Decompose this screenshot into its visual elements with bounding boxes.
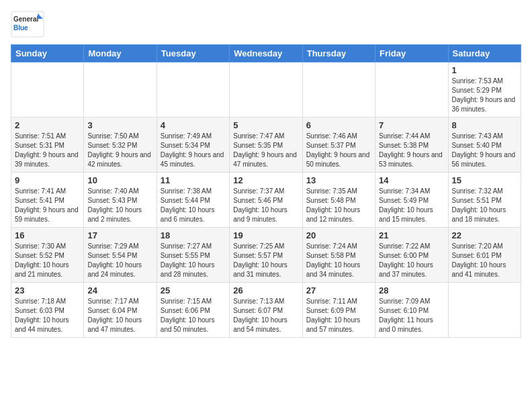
calendar-cell: 4Sunrise: 7:49 AM Sunset: 5:34 PM Daylig… [157,118,229,173]
day-info: Sunrise: 7:15 AM Sunset: 6:06 PM Dayligh… [161,297,226,334]
calendar-cell: 1Sunrise: 7:53 AM Sunset: 5:29 PM Daylig… [448,62,521,118]
day-info: Sunrise: 7:24 AM Sunset: 5:58 PM Dayligh… [306,242,371,279]
weekday-header-row: SundayMondayTuesdayWednesdayThursdayFrid… [11,45,521,62]
day-number: 22 [452,230,517,240]
week-row-4: 16Sunrise: 7:30 AM Sunset: 5:52 PM Dayli… [11,228,521,283]
calendar-cell: 10Sunrise: 7:40 AM Sunset: 5:43 PM Dayli… [84,173,157,228]
day-info: Sunrise: 7:17 AM Sunset: 6:04 PM Dayligh… [87,297,152,334]
day-info: Sunrise: 7:22 AM Sunset: 6:00 PM Dayligh… [379,242,444,279]
day-info: Sunrise: 7:50 AM Sunset: 5:32 PM Dayligh… [87,132,152,169]
logo: General Blue [11,11,44,38]
calendar-cell: 2Sunrise: 7:51 AM Sunset: 5:31 PM Daylig… [11,118,84,173]
calendar-cell: 6Sunrise: 7:46 AM Sunset: 5:37 PM Daylig… [302,118,375,173]
calendar-cell [157,62,229,118]
day-number: 3 [87,120,152,130]
day-info: Sunrise: 7:20 AM Sunset: 6:01 PM Dayligh… [452,242,517,279]
day-number: 1 [452,65,517,75]
day-number: 28 [379,285,444,295]
calendar-cell: 24Sunrise: 7:17 AM Sunset: 6:04 PM Dayli… [84,283,157,338]
day-number: 20 [306,230,371,240]
day-number: 17 [87,230,152,240]
day-info: Sunrise: 7:18 AM Sunset: 6:03 PM Dayligh… [15,297,80,334]
day-info: Sunrise: 7:51 AM Sunset: 5:31 PM Dayligh… [15,132,80,169]
calendar-cell [11,62,84,118]
week-row-2: 2Sunrise: 7:51 AM Sunset: 5:31 PM Daylig… [11,118,521,173]
weekday-header-sunday: Sunday [11,45,84,62]
day-info: Sunrise: 7:32 AM Sunset: 5:51 PM Dayligh… [452,187,517,224]
calendar-cell: 14Sunrise: 7:34 AM Sunset: 5:49 PM Dayli… [375,173,448,228]
calendar-cell [230,62,302,118]
day-info: Sunrise: 7:37 AM Sunset: 5:46 PM Dayligh… [233,187,298,224]
day-info: Sunrise: 7:35 AM Sunset: 5:48 PM Dayligh… [306,187,371,224]
weekday-header-tuesday: Tuesday [157,45,229,62]
logo-icon: General Blue [11,11,44,38]
day-info: Sunrise: 7:44 AM Sunset: 5:38 PM Dayligh… [379,132,444,169]
calendar-cell: 5Sunrise: 7:47 AM Sunset: 5:35 PM Daylig… [230,118,302,173]
day-number: 13 [306,175,371,185]
day-number: 18 [161,230,226,240]
day-number: 7 [379,120,444,130]
day-number: 6 [306,120,371,130]
calendar-cell: 17Sunrise: 7:29 AM Sunset: 5:54 PM Dayli… [84,228,157,283]
calendar-cell [84,62,157,118]
weekday-header-saturday: Saturday [448,45,521,62]
day-number: 2 [15,120,80,130]
day-info: Sunrise: 7:29 AM Sunset: 5:54 PM Dayligh… [87,242,152,279]
day-number: 15 [452,175,517,185]
calendar-cell: 3Sunrise: 7:50 AM Sunset: 5:32 PM Daylig… [84,118,157,173]
calendar-cell: 21Sunrise: 7:22 AM Sunset: 6:00 PM Dayli… [375,228,448,283]
svg-text:General: General [13,15,38,23]
day-number: 25 [161,285,226,295]
calendar-cell: 13Sunrise: 7:35 AM Sunset: 5:48 PM Dayli… [302,173,375,228]
day-info: Sunrise: 7:49 AM Sunset: 5:34 PM Dayligh… [161,132,226,169]
day-number: 4 [161,120,226,130]
day-info: Sunrise: 7:43 AM Sunset: 5:40 PM Dayligh… [452,132,517,169]
calendar-cell: 26Sunrise: 7:13 AM Sunset: 6:07 PM Dayli… [230,283,302,338]
day-info: Sunrise: 7:41 AM Sunset: 5:41 PM Dayligh… [15,187,80,224]
calendar-cell: 19Sunrise: 7:25 AM Sunset: 5:57 PM Dayli… [230,228,302,283]
calendar-cell: 11Sunrise: 7:38 AM Sunset: 5:44 PM Dayli… [157,173,229,228]
day-number: 14 [379,175,444,185]
day-info: Sunrise: 7:40 AM Sunset: 5:43 PM Dayligh… [87,187,152,224]
calendar-cell: 16Sunrise: 7:30 AM Sunset: 5:52 PM Dayli… [11,228,84,283]
day-number: 8 [452,120,517,130]
calendar-cell: 7Sunrise: 7:44 AM Sunset: 5:38 PM Daylig… [375,118,448,173]
calendar-table: SundayMondayTuesdayWednesdayThursdayFrid… [11,44,521,338]
day-info: Sunrise: 7:09 AM Sunset: 6:10 PM Dayligh… [379,297,444,334]
day-info: Sunrise: 7:38 AM Sunset: 5:44 PM Dayligh… [161,187,226,224]
weekday-header-monday: Monday [84,45,157,62]
day-info: Sunrise: 7:46 AM Sunset: 5:37 PM Dayligh… [306,132,371,169]
day-info: Sunrise: 7:13 AM Sunset: 6:07 PM Dayligh… [233,297,298,334]
calendar-cell: 15Sunrise: 7:32 AM Sunset: 5:51 PM Dayli… [448,173,521,228]
calendar-cell: 18Sunrise: 7:27 AM Sunset: 5:55 PM Dayli… [157,228,229,283]
day-number: 12 [233,175,298,185]
calendar-cell: 8Sunrise: 7:43 AM Sunset: 5:40 PM Daylig… [448,118,521,173]
calendar-cell: 23Sunrise: 7:18 AM Sunset: 6:03 PM Dayli… [11,283,84,338]
calendar-cell [302,62,375,118]
calendar-cell: 12Sunrise: 7:37 AM Sunset: 5:46 PM Dayli… [230,173,302,228]
day-number: 9 [15,175,80,185]
day-number: 26 [233,285,298,295]
day-info: Sunrise: 7:27 AM Sunset: 5:55 PM Dayligh… [161,242,226,279]
calendar-cell: 20Sunrise: 7:24 AM Sunset: 5:58 PM Dayli… [302,228,375,283]
weekday-header-wednesday: Wednesday [230,45,302,62]
calendar-cell: 27Sunrise: 7:11 AM Sunset: 6:09 PM Dayli… [302,283,375,338]
week-row-1: 1Sunrise: 7:53 AM Sunset: 5:29 PM Daylig… [11,62,521,118]
calendar-cell: 22Sunrise: 7:20 AM Sunset: 6:01 PM Dayli… [448,228,521,283]
calendar-cell: 28Sunrise: 7:09 AM Sunset: 6:10 PM Dayli… [375,283,448,338]
calendar-cell: 9Sunrise: 7:41 AM Sunset: 5:41 PM Daylig… [11,173,84,228]
week-row-5: 23Sunrise: 7:18 AM Sunset: 6:03 PM Dayli… [11,283,521,338]
calendar-cell: 25Sunrise: 7:15 AM Sunset: 6:06 PM Dayli… [157,283,229,338]
day-number: 21 [379,230,444,240]
day-info: Sunrise: 7:30 AM Sunset: 5:52 PM Dayligh… [15,242,80,279]
page-header: General Blue [11,11,521,38]
calendar-cell [375,62,448,118]
day-number: 23 [15,285,80,295]
day-number: 24 [87,285,152,295]
day-number: 5 [233,120,298,130]
day-info: Sunrise: 7:47 AM Sunset: 5:35 PM Dayligh… [233,132,298,169]
day-number: 16 [15,230,80,240]
day-number: 10 [87,175,152,185]
calendar-cell [448,283,521,338]
day-info: Sunrise: 7:11 AM Sunset: 6:09 PM Dayligh… [306,297,371,334]
